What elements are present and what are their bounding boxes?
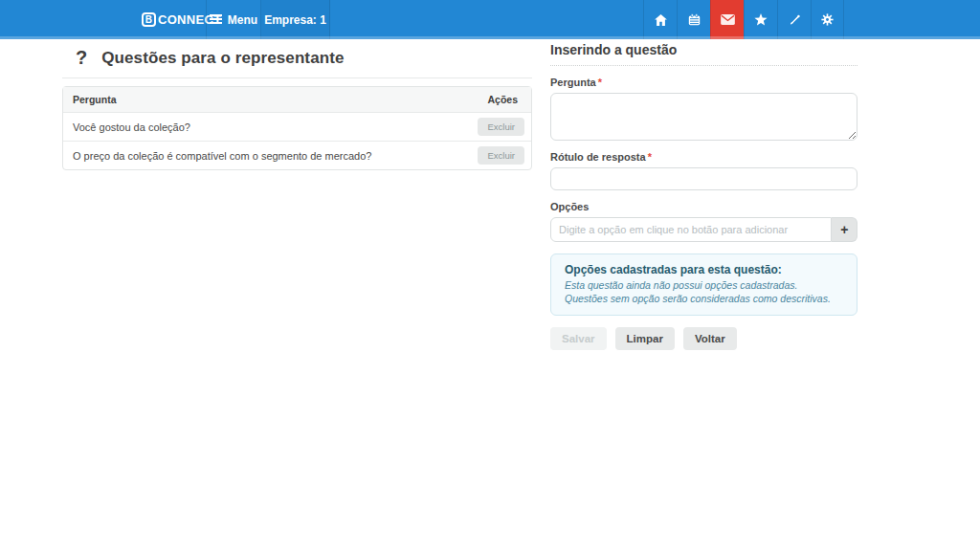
panel-title: Inserindo a questão bbox=[550, 42, 858, 66]
messages-nav-button[interactable] bbox=[710, 0, 744, 39]
info-box-line2: Questões sem opção serão consideradas co… bbox=[565, 293, 843, 306]
required-asterisk: * bbox=[648, 151, 652, 163]
info-box-line1: Esta questão ainda não possui opções cad… bbox=[565, 279, 843, 293]
brush-icon bbox=[789, 13, 801, 26]
question-mark-icon: ? bbox=[76, 47, 87, 69]
table-header-row: Pergunta Ações bbox=[63, 87, 531, 112]
calendar-nav-button[interactable] bbox=[677, 0, 710, 39]
home-icon bbox=[655, 14, 667, 26]
voltar-button[interactable]: Voltar bbox=[683, 327, 737, 350]
menu-label: Menu bbox=[228, 13, 257, 27]
pergunta-textarea[interactable] bbox=[550, 93, 858, 141]
table-row: O preço da coleção é compatível com o se… bbox=[63, 141, 531, 169]
home-nav-button[interactable] bbox=[643, 0, 677, 39]
excluir-button[interactable]: Excluir bbox=[478, 118, 524, 136]
salvar-button[interactable]: Salvar bbox=[550, 327, 607, 350]
menu-button[interactable]: Menu bbox=[206, 0, 261, 39]
star-icon bbox=[754, 13, 768, 26]
top-navbar: B CONNECT Menu Empresa: 1 bbox=[0, 0, 980, 39]
add-option-button[interactable]: + bbox=[832, 217, 858, 242]
column-header-acoes: Ações bbox=[464, 87, 531, 112]
settings-nav-button[interactable] bbox=[811, 0, 844, 39]
favorites-nav-button[interactable] bbox=[744, 0, 777, 39]
page-header: ? Questões para o representante bbox=[62, 47, 532, 78]
page-title: Questões para o representante bbox=[101, 49, 344, 68]
brand-badge-icon: B bbox=[142, 12, 156, 27]
calendar-icon bbox=[688, 13, 701, 26]
excluir-button[interactable]: Excluir bbox=[478, 146, 524, 165]
empresa-button[interactable]: Empresa: 1 bbox=[261, 0, 330, 39]
limpar-button[interactable]: Limpar bbox=[615, 327, 675, 350]
question-text: O preço da coleção é compatível com o se… bbox=[63, 141, 464, 169]
rotulo-label-text: Rótulo de resposta bbox=[550, 151, 646, 163]
questions-panel: ? Questões para o representante Pergunta… bbox=[62, 47, 532, 170]
required-asterisk: * bbox=[598, 77, 602, 88]
tools-nav-button[interactable] bbox=[777, 0, 811, 39]
empresa-label: Empresa: 1 bbox=[264, 13, 326, 27]
questions-table: Pergunta Ações Você gostou da coleção? E… bbox=[62, 86, 532, 170]
hamburger-icon bbox=[210, 13, 222, 27]
form-buttons: Salvar Limpar Voltar bbox=[550, 327, 858, 350]
opcoes-label: Opções bbox=[550, 201, 858, 212]
option-input[interactable] bbox=[550, 217, 832, 242]
navbar-icon-group bbox=[643, 0, 844, 39]
insert-question-panel: Inserindo a questão Pergunta* Rótulo de … bbox=[550, 42, 858, 350]
gear-icon bbox=[821, 13, 834, 26]
add-option-group: + bbox=[550, 217, 858, 242]
rotulo-input[interactable] bbox=[550, 167, 858, 190]
registered-options-box: Opções cadastradas para esta questão: Es… bbox=[550, 253, 858, 316]
question-text: Você gostou da coleção? bbox=[63, 112, 464, 141]
table-row: Você gostou da coleção? Excluir bbox=[63, 112, 531, 141]
info-box-title: Opções cadastradas para esta questão: bbox=[565, 263, 843, 276]
pergunta-label: Pergunta* bbox=[550, 77, 858, 88]
pergunta-label-text: Pergunta bbox=[550, 77, 596, 88]
rotulo-label: Rótulo de resposta* bbox=[550, 151, 858, 163]
envelope-icon bbox=[721, 14, 735, 25]
column-header-pergunta: Pergunta bbox=[63, 87, 464, 112]
